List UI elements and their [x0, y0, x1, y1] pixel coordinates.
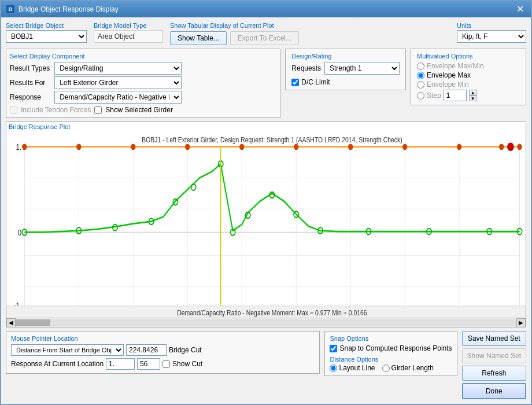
result-types-select[interactable]: Design/Rating — [54, 62, 182, 75]
step-radio[interactable] — [417, 92, 424, 100]
done-button[interactable]: Done — [462, 383, 526, 399]
show-cut-checkbox[interactable] — [162, 360, 170, 368]
bridge-object-group: Select Bridge Object BOBJ1 — [6, 22, 87, 43]
location-value-input[interactable]: 224.8426 — [126, 344, 167, 356]
svg-point-25 — [240, 144, 244, 149]
show-selected-girder-checkbox[interactable] — [94, 106, 102, 114]
svg-text:0: 0 — [18, 227, 21, 237]
bottom-section: Mouse Pointer Location Distance From Sta… — [6, 331, 526, 399]
envelope-min-radio[interactable] — [417, 81, 424, 89]
step-input[interactable]: 1 — [444, 90, 467, 101]
bridge-model-type-label: Bridge Model Type — [94, 22, 163, 29]
show-selected-girder-label: Show Selected Girder — [105, 106, 173, 114]
include-tendon-label: Include Tendon Forces — [21, 106, 91, 114]
svg-rect-0 — [6, 131, 526, 318]
svg-point-28 — [403, 144, 407, 149]
svg-point-29 — [457, 144, 461, 149]
units-label: Units — [457, 22, 526, 29]
requests-select[interactable]: Strength 1 — [324, 62, 400, 75]
chart-section: Bridge Response Plot — [6, 122, 526, 327]
svg-point-24 — [186, 144, 190, 149]
svg-point-26 — [294, 144, 298, 149]
svg-text:1.: 1. — [16, 142, 22, 152]
envelope-maxmin-radio[interactable] — [417, 62, 424, 70]
svg-point-27 — [349, 144, 353, 149]
design-rating-box: Design/Rating Requests Strength 1 D/C Li… — [285, 49, 406, 90]
svg-point-31 — [508, 143, 513, 150]
dc-limit-label: D/C Limit — [301, 78, 330, 86]
envelope-max-radio[interactable] — [417, 72, 424, 79]
display-component-label: Select Display Component — [10, 53, 276, 60]
bridge-object-label: Select Bridge Object — [6, 22, 87, 29]
units-select[interactable]: Kip, ft, F — [457, 30, 526, 43]
results-for-label: Results For — [10, 79, 50, 87]
svg-point-21 — [23, 144, 27, 149]
main-window: B Bridge Object Response Display ✕ Selec… — [0, 0, 532, 405]
chart-svg: 1. 0 -1. — [6, 131, 526, 318]
step-label: Step — [427, 91, 441, 100]
layout-line-label: Layout Line — [339, 364, 375, 372]
response-value-input[interactable]: 1. — [106, 358, 135, 370]
chart-area[interactable]: 1. 0 -1. — [6, 131, 526, 318]
display-component-box: Select Display Component Result Types De… — [6, 49, 280, 118]
svg-point-32 — [518, 144, 522, 149]
multivalued-box: Multivalued Options Envelope Max/Min Env… — [411, 49, 526, 105]
save-named-set-button[interactable]: Save Named Set — [462, 331, 526, 346]
svg-text:Demand/Capacity Ratio - Negati: Demand/Capacity Ratio - Negative Moment:… — [177, 308, 367, 318]
girder-length-label: Girder Length — [391, 364, 434, 372]
scroll-left-button[interactable]: ◀ — [6, 318, 16, 327]
girder-length-radio[interactable] — [382, 365, 390, 372]
svg-text:BOBJ1 - Left Exterior Girder, : BOBJ1 - Left Exterior Girder, Design Req… — [142, 135, 402, 145]
response-select[interactable]: Demand/Capacity Ratio - Negative Moment — [54, 91, 182, 104]
show-table-button[interactable]: Show Table... — [170, 31, 227, 45]
main-content: Select Bridge Object BOBJ1 Bridge Model … — [1, 17, 531, 404]
scroll-right-button[interactable]: ▶ — [516, 318, 526, 327]
mouse-location-box: Mouse Pointer Location Distance From Sta… — [6, 331, 320, 374]
show-cut-label: Show Cut — [172, 360, 202, 368]
close-button[interactable]: ✕ — [514, 5, 526, 14]
dc-limit-checkbox[interactable] — [291, 79, 299, 86]
svg-point-22 — [77, 144, 81, 149]
step-up-button[interactable]: ▲ — [469, 90, 477, 95]
snap-options-label: Snap Options — [330, 335, 452, 342]
scroll-track[interactable] — [16, 319, 516, 326]
show-named-set-button: Show Named Set — [462, 348, 526, 363]
export-excel-button: Export To Excel... — [230, 31, 299, 45]
response-at-location-label: Response At Current Location — [11, 360, 104, 368]
mouse-location-label: Mouse Pointer Location — [11, 335, 315, 342]
multivalued-label: Multivalued Options — [417, 53, 520, 60]
title-bar: B Bridge Object Response Display ✕ — [1, 1, 531, 17]
response-label: Response — [10, 93, 50, 101]
top-section: Select Bridge Object BOBJ1 Bridge Model … — [6, 22, 526, 45]
svg-point-23 — [131, 144, 135, 149]
bridge-model-type-value: Area Object — [94, 30, 163, 43]
design-rating-label: Design/Rating — [291, 53, 400, 60]
snap-computed-checkbox[interactable] — [330, 345, 337, 352]
chart-title: Bridge Response Plot — [6, 122, 526, 131]
units-group: Units Kip, ft, F — [457, 22, 526, 43]
svg-point-30 — [500, 144, 504, 149]
action-buttons: Save Named Set Show Named Set Refresh Do… — [462, 331, 526, 399]
results-for-select[interactable]: Left Exterior Girder — [54, 76, 182, 89]
snap-computed-label: Snap to Computed Response Points — [339, 344, 452, 352]
result-types-label: Result Types — [10, 64, 50, 72]
app-icon: B — [6, 5, 15, 14]
requests-label: Requests — [291, 64, 321, 72]
refresh-button[interactable]: Refresh — [462, 366, 526, 381]
envelope-max-label: Envelope Max — [427, 71, 471, 79]
bridge-object-select[interactable]: BOBJ1 — [6, 30, 87, 43]
bridge-model-type-group: Bridge Model Type Area Object — [94, 22, 163, 43]
window-title: Bridge Object Response Display — [19, 5, 119, 13]
layout-line-radio[interactable] — [330, 365, 337, 372]
chart-scrollbar: ◀ ▶ — [6, 318, 526, 327]
snap-options-box: Snap Options Snap to Computed Response P… — [324, 331, 457, 376]
include-tendon-checkbox — [10, 106, 17, 114]
scroll-thumb[interactable] — [16, 319, 50, 326]
envelope-min-label: Envelope Min — [427, 80, 469, 89]
distance-type-select[interactable]: Distance From Start of Bridge Object — [11, 344, 124, 356]
cut-value-input[interactable]: 56 — [137, 358, 160, 370]
distance-options-label: Distance Options — [330, 356, 452, 363]
bridge-cut-label: Bridge Cut — [169, 346, 202, 354]
step-down-button[interactable]: ▼ — [469, 95, 477, 101]
tabular-section: Show Tabular Display of Current Plot Sho… — [170, 22, 299, 45]
